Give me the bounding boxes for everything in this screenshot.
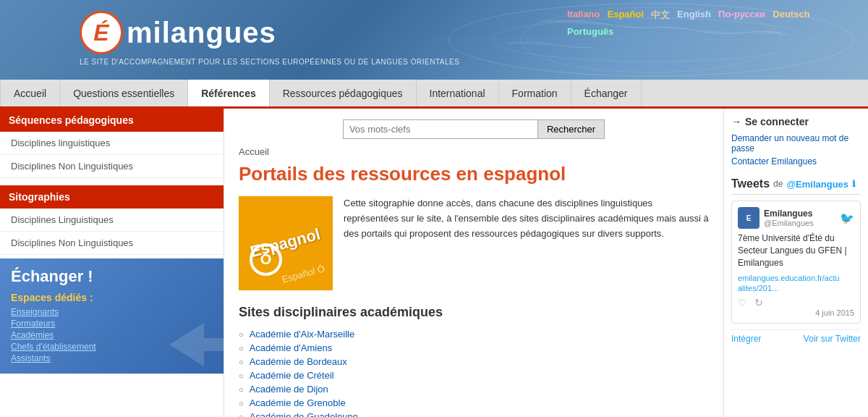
espaces-title: Espaces dédiés : (11, 292, 213, 303)
tweet-card: E Emilangues @Emilangues 🐦 7ème Universi… (731, 201, 861, 324)
sites-section: Sites disciplinaires académiques Académi… (239, 305, 709, 417)
logo-subtitle: LE SITE D'ACCOMPAGNEMENT POUR LES SECTIO… (80, 58, 459, 66)
right-panel: Se connecter Demander un nouveau mot de … (723, 109, 868, 417)
tweets-header: Tweets de @Emilangues ℹ (731, 177, 861, 195)
academie-aix[interactable]: Académie d'Aix-Marseille (250, 329, 355, 340)
list-item: Académie d'Aix-Marseille (239, 327, 709, 341)
tweets-section: Tweets de @Emilangues ℹ E Emilangues @Em… (731, 177, 861, 344)
academie-bordeaux[interactable]: Académie de Bordeaux (250, 356, 347, 367)
lang-portugues[interactable]: Português (564, 25, 616, 38)
search-bar: Rechercher (239, 119, 709, 139)
logo-circle: É (80, 11, 123, 54)
tweets-de: de (773, 179, 783, 189)
sidebar-echanger: Échanger ! Espaces dédiés : Enseignants … (0, 258, 224, 374)
lang-deutsch[interactable]: Deutsch (770, 7, 812, 23)
tweet-actions: ♡ ↻ (738, 297, 854, 308)
tweet-user-info: Emilangues @Emilangues (764, 208, 814, 227)
nav-international[interactable]: International (417, 80, 499, 106)
connect-title: Se connecter (731, 116, 861, 127)
connect-contact[interactable]: Contacter Emilangues (731, 156, 861, 167)
twitter-bird-icon: 🐦 (840, 211, 854, 225)
lang-zhongwen[interactable]: 中文 (648, 7, 673, 23)
navigation-bar: Accueil Questions essentielles Référence… (0, 80, 868, 109)
sidebar-sitographies-title[interactable]: Sitographies (0, 185, 224, 208)
content-area: Rechercher Accueil Portails des ressourc… (224, 109, 723, 417)
tweet-text: 7ème Université d'Été du Secteur Langues… (738, 232, 854, 269)
nav-echanger[interactable]: Échanger (571, 80, 642, 106)
list-item: Académie de Créteil (239, 368, 709, 382)
sidebar-disciplines-non-ling-1[interactable]: Disciplines Non Linguistiques (0, 155, 224, 178)
list-item: Académie de Dijon (239, 382, 709, 396)
lang-english[interactable]: English (674, 7, 714, 23)
sidebar-disciplines-ling-1[interactable]: Disciplines linguistiques (0, 132, 224, 155)
search-button[interactable]: Rechercher (538, 119, 605, 139)
sidebar: Séquences pédagogiques Disciplines lingu… (0, 109, 224, 417)
nav-formation[interactable]: Formation (499, 80, 571, 106)
connect-section: Se connecter Demander un nouveau mot de … (731, 116, 861, 167)
espagnol-circle-letter: Ó (260, 251, 272, 268)
nav-questions[interactable]: Questions essentielles (60, 80, 188, 106)
tweet-avatar: E (738, 207, 760, 229)
header: É milangues LE SITE D'ACCOMPAGNEMENT POU… (0, 0, 868, 80)
sidebar-disciplines-non-ling-2[interactable]: Disciplines Non Linguistiques (0, 232, 224, 255)
logo-title[interactable]: É milangues (80, 11, 459, 54)
tweet-retweet-icon[interactable]: ↻ (754, 297, 763, 308)
tweet-integrer[interactable]: Intégrer (731, 334, 761, 344)
lang-italiano[interactable]: Italiano (564, 7, 603, 23)
academie-dijon[interactable]: Académie de Dijon (250, 384, 328, 395)
nav-ressources[interactable]: Ressources pédagogiques (270, 80, 417, 106)
list-item: Académie de Guadeloupe (239, 410, 709, 417)
tweet-handle: @Emilangues (764, 219, 814, 227)
logo-area: É milangues LE SITE D'ACCOMPAGNEMENT POU… (80, 11, 459, 66)
content-body: Espagnol Ó Español Ó Cette sitographie d… (239, 196, 709, 290)
tweet-date: 4 juin 2015 (738, 308, 854, 317)
breadcrumb-home[interactable]: Accueil (239, 146, 269, 157)
list-item: Académie d'Amiens (239, 341, 709, 355)
tweet-username: Emilangues (764, 208, 814, 219)
lang-espanol[interactable]: Español (605, 7, 647, 23)
academie-amiens[interactable]: Académie d'Amiens (250, 342, 332, 353)
list-item: Académie de Grenoble (239, 396, 709, 410)
espagnol-image: Espagnol Ó Español Ó (239, 196, 333, 290)
tweets-label: Tweets (731, 177, 770, 190)
page-title: Portails des ressources en espagnol (239, 163, 709, 185)
logo-text: milangues (127, 17, 276, 49)
logo-letter: É (93, 20, 109, 46)
search-input[interactable] (343, 119, 538, 139)
list-item: Académie de Bordeaux (239, 355, 709, 368)
language-links: Italiano Español 中文 English По-русски De… (564, 7, 839, 38)
tweet-user: E Emilangues @Emilangues 🐦 (738, 207, 854, 229)
tweet-footer: Intégrer Voir sur Twitter (731, 329, 861, 344)
sidebar-sequences-title[interactable]: Séquences pédagogiques (0, 109, 224, 132)
tweet-like-icon[interactable]: ♡ (738, 297, 747, 308)
sidebar-formateurs[interactable]: Formateurs (11, 319, 213, 329)
tweet-voir[interactable]: Voir sur Twitter (804, 334, 861, 344)
sidebar-disciplines-ling-2[interactable]: Disciplines Linguistiques (0, 208, 224, 232)
nav-accueil[interactable]: Accueil (0, 80, 60, 106)
academie-creteil[interactable]: Académie de Créteil (250, 370, 334, 381)
academie-guadeloupe[interactable]: Académie de Guadeloupe (250, 411, 358, 417)
breadcrumb: Accueil (239, 146, 709, 157)
espagnol-sub-text: Español Ó (281, 263, 326, 285)
academie-grenoble[interactable]: Académie de Grenoble (250, 397, 346, 408)
info-icon: ℹ (852, 179, 856, 189)
main-layout: Séquences pédagogiques Disciplines lingu… (0, 109, 868, 417)
echanger-title: Échanger ! (11, 267, 213, 286)
sites-title: Sites disciplinaires académiques (239, 305, 709, 320)
sites-list: Académie d'Aix-Marseille Académie d'Amie… (239, 327, 709, 417)
espagnol-circle: Ó (250, 243, 282, 276)
tweets-handle[interactable]: @Emilangues (786, 179, 848, 190)
nav-references[interactable]: Références (188, 80, 270, 106)
lang-russian[interactable]: По-русски (715, 7, 768, 23)
sidebar-assistants[interactable]: Assistants (11, 353, 213, 363)
connect-new-password[interactable]: Demander un nouveau mot de passe (731, 133, 861, 153)
tweet-link[interactable]: emilangues.education.fr/actu alites/201.… (738, 274, 840, 292)
sidebar-enseignants[interactable]: Enseignants (11, 307, 213, 317)
content-description: Cette sitographie donne accès, dans chac… (344, 196, 709, 290)
